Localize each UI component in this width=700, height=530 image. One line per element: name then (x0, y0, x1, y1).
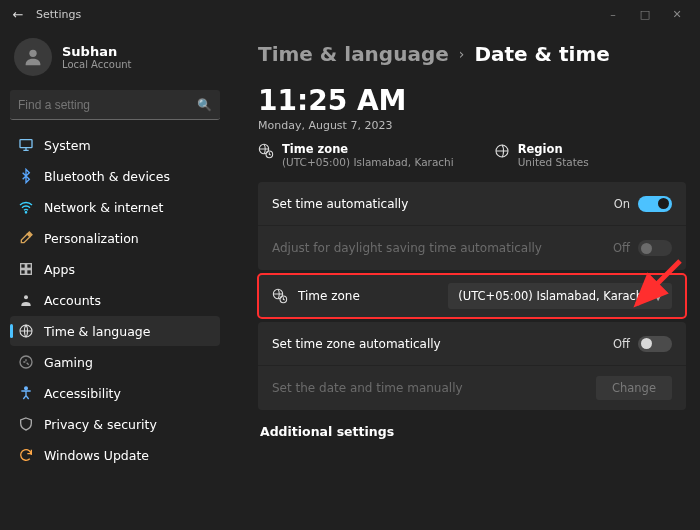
row-set-manual: Set the date and time manually Change (258, 366, 686, 410)
shield-icon (18, 416, 34, 432)
breadcrumb-root[interactable]: Time & language (258, 42, 449, 66)
sidebar-item-gaming[interactable]: Gaming (10, 347, 220, 377)
svg-rect-6 (27, 270, 32, 275)
sidebar-item-label: Apps (44, 262, 75, 277)
display-icon (18, 137, 34, 153)
toggle-state: Off (613, 337, 630, 351)
sidebar-item-label: Gaming (44, 355, 93, 370)
back-icon[interactable]: ← (8, 7, 28, 22)
svg-rect-3 (21, 264, 26, 269)
search-input[interactable] (18, 98, 197, 112)
globe-clock-icon (272, 288, 288, 304)
row-label: Set time zone automatically (272, 337, 613, 351)
sidebar-nav: System Bluetooth & devices Network & int… (10, 130, 220, 470)
sidebar-item-label: Privacy & security (44, 417, 157, 432)
globe-icon (494, 143, 510, 159)
avatar (14, 38, 52, 76)
sidebar-item-label: Personalization (44, 231, 139, 246)
chevron-right-icon: › (459, 46, 465, 62)
sidebar-item-privacy[interactable]: Privacy & security (10, 409, 220, 439)
info-region-label: Region (518, 142, 589, 156)
sidebar-item-accounts[interactable]: Accounts (10, 285, 220, 315)
clock-date: Monday, August 7, 2023 (258, 119, 686, 132)
account-icon (18, 292, 34, 308)
info-timezone[interactable]: Time zone (UTC+05:00) Islamabad, Karachi (258, 142, 454, 168)
user-name: Subhan (62, 44, 131, 59)
clock-time: 11:25 AM (258, 84, 686, 117)
search-box[interactable]: 🔍 (10, 90, 220, 120)
breadcrumb: Time & language › Date & time (258, 42, 686, 66)
svg-rect-4 (27, 264, 32, 269)
svg-point-2 (25, 212, 26, 213)
page-title: Date & time (474, 42, 609, 66)
person-icon (22, 46, 44, 68)
sidebar-item-bluetooth[interactable]: Bluetooth & devices (10, 161, 220, 191)
info-region[interactable]: Region United States (494, 142, 589, 168)
user-subtitle: Local Account (62, 59, 131, 70)
globe-clock-icon (258, 143, 274, 159)
chevron-down-icon: ▼ (654, 291, 662, 302)
sidebar-item-personalization[interactable]: Personalization (10, 223, 220, 253)
card-auto: Set time automatically On Adjust for day… (258, 182, 686, 270)
paintbrush-icon (18, 230, 34, 246)
card-other: Set time zone automatically Off Set the … (258, 322, 686, 410)
sidebar-item-system[interactable]: System (10, 130, 220, 160)
toggle-set-time-auto[interactable] (638, 196, 672, 212)
close-icon[interactable]: ✕ (670, 8, 684, 21)
change-button: Change (596, 376, 672, 400)
info-tz-value: (UTC+05:00) Islamabad, Karachi (282, 156, 454, 168)
row-label: Set time automatically (272, 197, 614, 211)
row-set-tz-auto[interactable]: Set time zone automatically Off (258, 322, 686, 366)
card-timezone: Time zone (UTC+05:00) Islamabad, Karachi… (258, 274, 686, 318)
sidebar-item-label: Accessibility (44, 386, 121, 401)
sidebar-item-update[interactable]: Windows Update (10, 440, 220, 470)
row-timezone[interactable]: Time zone (UTC+05:00) Islamabad, Karachi… (258, 274, 686, 318)
svg-rect-5 (21, 270, 26, 275)
toggle-set-tz-auto[interactable] (638, 336, 672, 352)
timezone-select-value: (UTC+05:00) Islamabad, Karachi (458, 289, 646, 303)
toggle-state: Off (613, 241, 630, 255)
row-dst: Adjust for daylight saving time automati… (258, 226, 686, 270)
svg-point-9 (20, 356, 32, 368)
sidebar: Subhan Local Account 🔍 System Bluetooth … (0, 28, 230, 530)
sidebar-item-time-language[interactable]: Time & language (10, 316, 220, 346)
svg-point-7 (24, 295, 28, 299)
svg-rect-1 (20, 140, 32, 148)
sidebar-item-accessibility[interactable]: Accessibility (10, 378, 220, 408)
info-tz-label: Time zone (282, 142, 454, 156)
gaming-icon (18, 354, 34, 370)
section-additional: Additional settings (260, 424, 686, 439)
sidebar-item-network[interactable]: Network & internet (10, 192, 220, 222)
row-tz-label: Time zone (298, 289, 360, 303)
sidebar-item-label: Bluetooth & devices (44, 169, 170, 184)
main-content: Time & language › Date & time 11:25 AM M… (230, 28, 700, 530)
row-label: Time zone (272, 288, 448, 304)
toggle-dst (638, 240, 672, 256)
row-set-time-auto[interactable]: Set time automatically On (258, 182, 686, 226)
sidebar-item-label: Accounts (44, 293, 101, 308)
globe-clock-icon (18, 323, 34, 339)
search-icon: 🔍 (197, 98, 212, 112)
toggle-state: On (614, 197, 630, 211)
sidebar-item-label: System (44, 138, 91, 153)
svg-point-10 (25, 387, 28, 390)
timezone-select[interactable]: (UTC+05:00) Islamabad, Karachi ▼ (448, 283, 672, 309)
svg-point-0 (29, 50, 36, 57)
row-label: Set the date and time manually (272, 381, 596, 395)
titlebar: ← Settings – □ ✕ (0, 0, 700, 28)
info-strip: Time zone (UTC+05:00) Islamabad, Karachi… (258, 142, 686, 168)
window-title: Settings (36, 8, 81, 21)
sidebar-item-label: Time & language (44, 324, 150, 339)
sidebar-item-apps[interactable]: Apps (10, 254, 220, 284)
bluetooth-icon (18, 168, 34, 184)
maximize-icon[interactable]: □ (638, 8, 652, 21)
user-block[interactable]: Subhan Local Account (10, 34, 220, 90)
minimize-icon[interactable]: – (606, 8, 620, 21)
info-region-value: United States (518, 156, 589, 168)
sidebar-item-label: Windows Update (44, 448, 149, 463)
update-icon (18, 447, 34, 463)
wifi-icon (18, 199, 34, 215)
accessibility-icon (18, 385, 34, 401)
apps-icon (18, 261, 34, 277)
row-label: Adjust for daylight saving time automati… (272, 241, 613, 255)
